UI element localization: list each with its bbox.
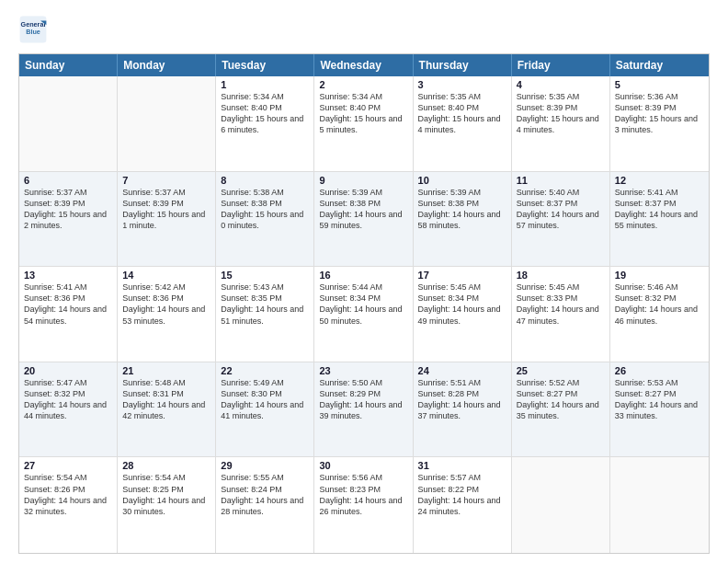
day-number: 29 xyxy=(221,460,309,471)
day-number: 5 xyxy=(615,79,704,90)
header: General Blue xyxy=(18,15,710,44)
day-info: Sunrise: 5:45 AMSunset: 8:34 PMDaylight:… xyxy=(418,282,506,327)
day-header-monday: Monday xyxy=(118,54,216,76)
day-info: Sunrise: 5:49 AMSunset: 8:30 PMDaylight:… xyxy=(221,377,309,422)
day-number: 22 xyxy=(221,365,309,376)
day-number: 23 xyxy=(319,365,407,376)
day-info: Sunrise: 5:54 AMSunset: 8:26 PMDaylight:… xyxy=(24,472,112,517)
day-cell-30: 30Sunrise: 5:56 AMSunset: 8:23 PMDayligh… xyxy=(314,457,413,553)
calendar-week-1: 1Sunrise: 5:34 AMSunset: 8:40 PMDaylight… xyxy=(19,76,709,172)
day-cell-5: 5Sunrise: 5:36 AMSunset: 8:39 PMDaylight… xyxy=(610,76,709,171)
logo: General Blue xyxy=(18,15,48,44)
day-info: Sunrise: 5:38 AMSunset: 8:38 PMDaylight:… xyxy=(221,187,309,232)
day-cell-14: 14Sunrise: 5:42 AMSunset: 8:36 PMDayligh… xyxy=(118,267,216,362)
day-cell-11: 11Sunrise: 5:40 AMSunset: 8:37 PMDayligh… xyxy=(512,172,610,267)
day-cell-9: 9Sunrise: 5:39 AMSunset: 8:38 PMDaylight… xyxy=(314,172,413,267)
day-cell-31: 31Sunrise: 5:57 AMSunset: 8:22 PMDayligh… xyxy=(414,457,512,553)
day-info: Sunrise: 5:35 AMSunset: 8:40 PMDaylight:… xyxy=(418,91,506,136)
day-info: Sunrise: 5:37 AMSunset: 8:39 PMDaylight:… xyxy=(122,187,210,232)
day-number: 7 xyxy=(122,175,210,186)
day-cell-2: 2Sunrise: 5:34 AMSunset: 8:40 PMDaylight… xyxy=(314,76,413,171)
day-cell-6: 6Sunrise: 5:37 AMSunset: 8:39 PMDaylight… xyxy=(19,172,118,267)
day-cell-3: 3Sunrise: 5:35 AMSunset: 8:40 PMDaylight… xyxy=(414,76,512,171)
page: General Blue SundayMondayTuesdayWednesda… xyxy=(0,0,728,563)
day-number: 2 xyxy=(319,79,407,90)
day-info: Sunrise: 5:51 AMSunset: 8:28 PMDaylight:… xyxy=(418,377,506,422)
calendar-week-5: 27Sunrise: 5:54 AMSunset: 8:26 PMDayligh… xyxy=(19,457,709,553)
day-cell-10: 10Sunrise: 5:39 AMSunset: 8:38 PMDayligh… xyxy=(414,172,512,267)
day-number: 16 xyxy=(319,270,407,281)
day-info: Sunrise: 5:56 AMSunset: 8:23 PMDaylight:… xyxy=(319,472,407,517)
day-number: 15 xyxy=(221,270,309,281)
day-cell-26: 26Sunrise: 5:53 AMSunset: 8:27 PMDayligh… xyxy=(610,362,709,457)
day-header-wednesday: Wednesday xyxy=(314,54,413,76)
day-number: 11 xyxy=(517,175,605,186)
day-cell-13: 13Sunrise: 5:41 AMSunset: 8:36 PMDayligh… xyxy=(19,267,118,362)
day-info: Sunrise: 5:43 AMSunset: 8:35 PMDaylight:… xyxy=(221,282,309,327)
day-cell-16: 16Sunrise: 5:44 AMSunset: 8:34 PMDayligh… xyxy=(314,267,413,362)
day-info: Sunrise: 5:35 AMSunset: 8:39 PMDaylight:… xyxy=(517,91,605,136)
day-cell-7: 7Sunrise: 5:37 AMSunset: 8:39 PMDaylight… xyxy=(118,172,216,267)
day-cell-28: 28Sunrise: 5:54 AMSunset: 8:25 PMDayligh… xyxy=(118,457,216,553)
day-number: 10 xyxy=(418,175,506,186)
day-info: Sunrise: 5:46 AMSunset: 8:32 PMDaylight:… xyxy=(615,282,704,327)
day-number: 19 xyxy=(615,270,704,281)
day-info: Sunrise: 5:40 AMSunset: 8:37 PMDaylight:… xyxy=(517,187,605,232)
day-cell-15: 15Sunrise: 5:43 AMSunset: 8:35 PMDayligh… xyxy=(216,267,314,362)
day-cell-19: 19Sunrise: 5:46 AMSunset: 8:32 PMDayligh… xyxy=(610,267,709,362)
day-cell-23: 23Sunrise: 5:50 AMSunset: 8:29 PMDayligh… xyxy=(314,362,413,457)
day-header-thursday: Thursday xyxy=(414,54,512,76)
day-number: 13 xyxy=(24,270,112,281)
day-number: 8 xyxy=(221,175,309,186)
day-cell-8: 8Sunrise: 5:38 AMSunset: 8:38 PMDaylight… xyxy=(216,172,314,267)
day-number: 3 xyxy=(418,79,506,90)
day-cell-17: 17Sunrise: 5:45 AMSunset: 8:34 PMDayligh… xyxy=(414,267,512,362)
day-cell-1: 1Sunrise: 5:34 AMSunset: 8:40 PMDaylight… xyxy=(216,76,314,171)
day-cell-29: 29Sunrise: 5:55 AMSunset: 8:24 PMDayligh… xyxy=(216,457,314,553)
empty-cell xyxy=(610,457,709,553)
day-number: 21 xyxy=(122,365,210,376)
calendar-week-4: 20Sunrise: 5:47 AMSunset: 8:32 PMDayligh… xyxy=(19,362,709,458)
day-info: Sunrise: 5:34 AMSunset: 8:40 PMDaylight:… xyxy=(319,91,407,136)
day-number: 17 xyxy=(418,270,506,281)
empty-cell xyxy=(512,457,610,553)
day-info: Sunrise: 5:53 AMSunset: 8:27 PMDaylight:… xyxy=(615,377,704,422)
day-info: Sunrise: 5:47 AMSunset: 8:32 PMDaylight:… xyxy=(24,377,112,422)
day-cell-4: 4Sunrise: 5:35 AMSunset: 8:39 PMDaylight… xyxy=(512,76,610,171)
empty-cell xyxy=(118,76,216,171)
day-cell-25: 25Sunrise: 5:52 AMSunset: 8:27 PMDayligh… xyxy=(512,362,610,457)
day-header-saturday: Saturday xyxy=(610,54,709,76)
day-number: 30 xyxy=(319,460,407,471)
day-cell-18: 18Sunrise: 5:45 AMSunset: 8:33 PMDayligh… xyxy=(512,267,610,362)
day-info: Sunrise: 5:39 AMSunset: 8:38 PMDaylight:… xyxy=(418,187,506,232)
day-number: 24 xyxy=(418,365,506,376)
day-number: 20 xyxy=(24,365,112,376)
day-number: 28 xyxy=(122,460,210,471)
day-number: 14 xyxy=(122,270,210,281)
day-number: 27 xyxy=(24,460,112,471)
day-number: 31 xyxy=(418,460,506,471)
day-info: Sunrise: 5:54 AMSunset: 8:25 PMDaylight:… xyxy=(122,472,210,517)
day-cell-22: 22Sunrise: 5:49 AMSunset: 8:30 PMDayligh… xyxy=(216,362,314,457)
day-info: Sunrise: 5:57 AMSunset: 8:22 PMDaylight:… xyxy=(418,472,506,517)
calendar-body: 1Sunrise: 5:34 AMSunset: 8:40 PMDaylight… xyxy=(19,76,709,553)
day-info: Sunrise: 5:55 AMSunset: 8:24 PMDaylight:… xyxy=(221,472,309,517)
day-number: 4 xyxy=(517,79,605,90)
day-number: 26 xyxy=(615,365,704,376)
day-number: 1 xyxy=(221,79,309,90)
day-info: Sunrise: 5:34 AMSunset: 8:40 PMDaylight:… xyxy=(221,91,309,136)
day-info: Sunrise: 5:48 AMSunset: 8:31 PMDaylight:… xyxy=(122,377,210,422)
day-info: Sunrise: 5:41 AMSunset: 8:37 PMDaylight:… xyxy=(615,187,704,232)
day-info: Sunrise: 5:41 AMSunset: 8:36 PMDaylight:… xyxy=(24,282,112,327)
day-cell-27: 27Sunrise: 5:54 AMSunset: 8:26 PMDayligh… xyxy=(19,457,118,553)
day-number: 6 xyxy=(24,175,112,186)
day-info: Sunrise: 5:44 AMSunset: 8:34 PMDaylight:… xyxy=(319,282,407,327)
day-info: Sunrise: 5:42 AMSunset: 8:36 PMDaylight:… xyxy=(122,282,210,327)
empty-cell xyxy=(19,76,118,171)
day-info: Sunrise: 5:37 AMSunset: 8:39 PMDaylight:… xyxy=(24,187,112,232)
day-cell-12: 12Sunrise: 5:41 AMSunset: 8:37 PMDayligh… xyxy=(610,172,709,267)
day-header-friday: Friday xyxy=(512,54,610,76)
day-info: Sunrise: 5:39 AMSunset: 8:38 PMDaylight:… xyxy=(319,187,407,232)
day-number: 9 xyxy=(319,175,407,186)
day-info: Sunrise: 5:52 AMSunset: 8:27 PMDaylight:… xyxy=(517,377,605,422)
